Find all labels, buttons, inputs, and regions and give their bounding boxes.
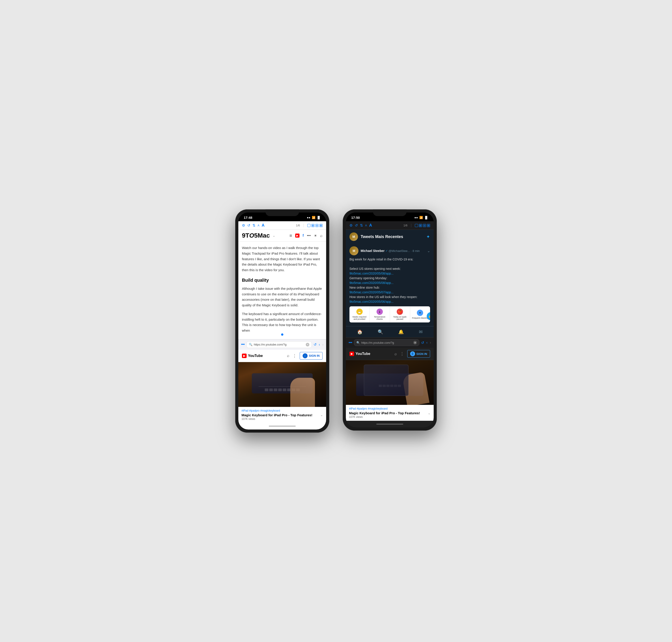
twitter-home-icon[interactable]: 🏠 bbox=[357, 329, 363, 335]
sort-icon-left[interactable]: ⇅ bbox=[252, 223, 255, 228]
video-thumbnail-left[interactable] bbox=[238, 362, 326, 407]
font-small-right[interactable]: A bbox=[365, 224, 367, 227]
grid-double-r[interactable] bbox=[419, 224, 422, 227]
time-left: 17:48 bbox=[244, 216, 252, 219]
tweet-handle: @MichaelStee... bbox=[389, 249, 410, 253]
yt-sign-in-right[interactable]: 👤 SIGN IN bbox=[407, 350, 430, 358]
grid-double[interactable] bbox=[312, 224, 315, 227]
grid-quad-r[interactable] bbox=[427, 224, 430, 227]
video-info-right: #iPad #ipadpro #magickeyboard Magic Keyb… bbox=[346, 405, 434, 421]
yt-search-btn-right[interactable]: ⌕ bbox=[394, 351, 397, 356]
tweet-link-4[interactable]: 9to5mac.com/2020/05/06/app... bbox=[350, 300, 394, 304]
twitter-sparkle-icon[interactable]: ✦ bbox=[426, 234, 430, 239]
masks-icon: 😷 bbox=[356, 309, 363, 315]
tweet-body: Big week for Apple retail in the COVID-1… bbox=[350, 257, 430, 304]
tweet-time-value: 8 min bbox=[413, 249, 420, 253]
youtube-bar-right: ▶ YouTube ⌕ ⋮ 👤 SIGN IN bbox=[346, 348, 434, 360]
settings-icon-right[interactable]: ⚙ bbox=[350, 223, 353, 228]
forward-icon-right[interactable]: › bbox=[430, 341, 431, 345]
reload-icon-right[interactable]: ↺ bbox=[421, 341, 424, 345]
video-expand-left[interactable]: ⌄ bbox=[320, 413, 323, 417]
tweet-link-3[interactable]: 9to5mac.com/2020/05/07/app... bbox=[350, 291, 394, 294]
article-intro-left: Watch our hands-on video as I walk throu… bbox=[242, 245, 322, 273]
video-views-left: 107K views bbox=[241, 418, 323, 421]
address-nav-left: ↺ ‹ › bbox=[314, 342, 324, 347]
grid-triple-r[interactable] bbox=[423, 224, 426, 227]
back-icon-right[interactable]: ‹ bbox=[426, 341, 427, 345]
refresh-icon-right[interactable]: ↺ bbox=[355, 223, 358, 228]
tweet-card-right: M Michael Steeber ✓ @MichaelStee... · 8 … bbox=[346, 244, 434, 326]
phone-left-screen: 17:48 ●● 📶 ▐▌ ⚙ ↺ ⇅ A A 1/6 bbox=[238, 213, 326, 429]
signal-left: ●● bbox=[307, 216, 310, 219]
font-large-left[interactable]: A bbox=[262, 223, 265, 228]
fb-icon-left[interactable]: f bbox=[303, 233, 304, 237]
yt-header-icon-left[interactable]: ▶ bbox=[295, 233, 300, 237]
grid-single-r[interactable] bbox=[415, 224, 418, 227]
tweet-user-avatar[interactable]: M bbox=[350, 246, 358, 255]
video-thumbnail-right[interactable] bbox=[346, 360, 434, 405]
home-indicator-right bbox=[346, 421, 434, 427]
tweet-item-3-label: New online store hub: bbox=[350, 285, 430, 290]
phone-right: 17:50 ●● 📶 ▐▌ ⚙ ↺ ⇅ A A 1/6 bbox=[343, 209, 437, 431]
address-input-wrap-right[interactable]: 🔍 https://m.youtube.com/?g ✕ bbox=[354, 339, 419, 346]
grid-triple[interactable] bbox=[315, 224, 318, 227]
address-clear-left[interactable]: ✕ bbox=[306, 343, 309, 346]
address-clear-right[interactable]: ✕ bbox=[413, 341, 417, 344]
home-bar-right bbox=[376, 424, 403, 425]
tweet-item-1-label: Select US stores opening next week: bbox=[350, 267, 430, 271]
clean-icon: ✦ bbox=[417, 310, 423, 316]
grid-single[interactable] bbox=[307, 224, 310, 227]
settings-icon-left[interactable]: ⚙ bbox=[242, 223, 245, 228]
yt-search-btn-left[interactable]: ⌕ bbox=[287, 354, 289, 358]
address-input-wrap-left[interactable]: 🔍 https://m.youtube.com/?g ✕ bbox=[246, 341, 312, 348]
yt-text-left: YouTube bbox=[248, 354, 263, 358]
back-icon-left[interactable]: ‹ bbox=[319, 343, 320, 347]
twitter-profile-avatar[interactable]: M bbox=[350, 232, 358, 241]
sort-icon-right[interactable]: ⇅ bbox=[360, 223, 363, 228]
video-info-left: #iPad #ipadpro #magickeyboard Magic Keyb… bbox=[238, 407, 326, 423]
grid-icons-right bbox=[415, 224, 430, 227]
twitter-mail-icon[interactable]: ✉ bbox=[419, 329, 423, 335]
page-container: 17:48 ●● 📶 ▐▌ ⚙ ↺ ⇅ A A 1/6 bbox=[235, 209, 437, 433]
grid-quad[interactable] bbox=[319, 224, 322, 227]
yt-more-btn-right[interactable]: ⋮ bbox=[400, 351, 404, 356]
address-dots-right[interactable]: ••• bbox=[348, 341, 352, 345]
scroll-indicator-left bbox=[242, 333, 322, 336]
tweet-item-2-label: Germany opening Monday: bbox=[350, 276, 430, 281]
tweet-link-1[interactable]: 9to5mac.com/2020/05/08/app... bbox=[350, 272, 394, 275]
forward-icon-left[interactable]: › bbox=[322, 343, 324, 347]
brightness-icon-left[interactable]: ☀ bbox=[314, 233, 317, 238]
twitter-bell-icon[interactable]: 🔔 bbox=[398, 329, 404, 335]
tweet-link-2[interactable]: 9to5mac.com/2020/05/08/app... bbox=[350, 281, 394, 285]
video-title-row-left: Magic Keyboard for iPad Pro - Top Featur… bbox=[241, 413, 323, 417]
phone-left: 17:48 ●● 📶 ▐▌ ⚙ ↺ ⇅ A A 1/6 bbox=[235, 209, 329, 433]
yt-sign-in-left[interactable]: 👤 SIGN IN bbox=[300, 352, 322, 360]
video-expand-right[interactable]: ⌄ bbox=[428, 411, 431, 415]
font-small-left[interactable]: A bbox=[257, 224, 259, 227]
article-para2-left: The keyboard has a significant amount of… bbox=[242, 311, 322, 333]
video-title-right: Magic Keyboard for iPad Pro - Top Featur… bbox=[349, 411, 426, 415]
refresh-icon-left[interactable]: ↺ bbox=[247, 223, 250, 228]
tweet-verified-icon: ✓ bbox=[385, 249, 388, 252]
reader-toolbar-left: ⚙ ↺ ⇅ A A 1/6 bbox=[238, 221, 326, 230]
more-icon-left[interactable]: ••• bbox=[307, 233, 311, 237]
signal-right: ●● bbox=[415, 216, 418, 219]
article-heading-left: Build quality bbox=[242, 277, 322, 284]
search-indicator-left: 🔍 bbox=[249, 343, 252, 346]
tweet-time: · bbox=[411, 249, 412, 253]
yt-icon-left: ▶ bbox=[242, 354, 246, 358]
video-tags-right: #iPad #ipadpro #magickeyboard bbox=[349, 407, 431, 410]
page-indicator-left: 1/6 bbox=[296, 224, 300, 227]
yt-logo-left: ▶ YouTube bbox=[242, 354, 263, 358]
font-large-right[interactable]: A bbox=[369, 223, 372, 228]
search-icon-left[interactable]: ⌕ bbox=[320, 233, 322, 238]
twitter-search-nav-icon[interactable]: 🔍 bbox=[378, 329, 383, 335]
battery-left: ▐▌ bbox=[317, 216, 321, 219]
tweet-user-info: Michael Steeber ✓ @MichaelStee... · 8 mi… bbox=[360, 249, 425, 253]
store-item-clean: ✦ Frequent cleaning ✍ bbox=[410, 306, 430, 322]
address-dots-left[interactable]: ••• bbox=[241, 342, 245, 347]
tweet-expand-icon[interactable]: ⌄ bbox=[427, 249, 430, 253]
menu-icon-left[interactable]: ≡ bbox=[289, 233, 292, 238]
yt-more-btn-left[interactable]: ⋮ bbox=[293, 354, 296, 358]
reload-icon-left[interactable]: ↺ bbox=[314, 342, 317, 347]
